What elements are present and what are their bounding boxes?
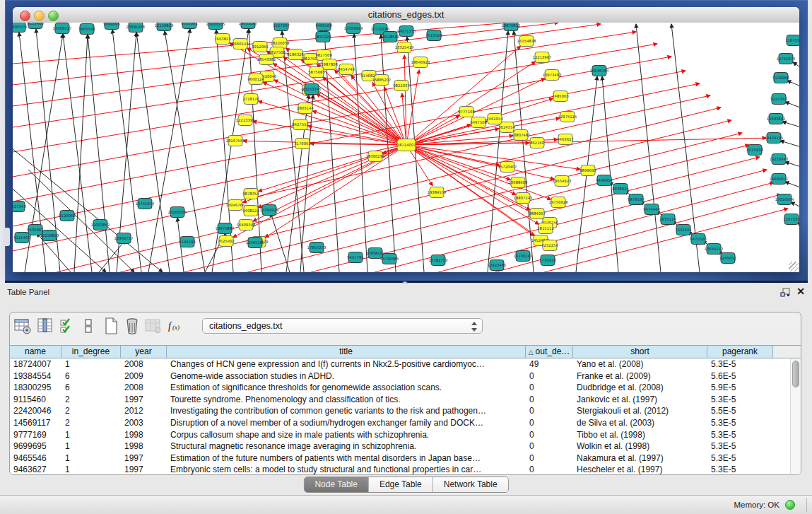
table-cell[interactable]: 5.5E-5 — [707, 405, 773, 417]
table-cell[interactable]: Embryonic stem cells: a model to study s… — [167, 464, 526, 474]
vertical-scrollbar[interactable] — [790, 358, 801, 474]
graph-node[interactable]: 12093852 — [767, 114, 786, 124]
graph-node[interactable]: 15885207 — [372, 75, 392, 86]
graph-node[interactable]: 9227343 — [13, 201, 26, 212]
table-cell[interactable]: 9463627 — [10, 464, 61, 474]
graph-node[interactable]: 15720407 — [498, 162, 517, 173]
table-cell[interactable]: 1 — [61, 452, 121, 465]
graph-node[interactable]: 12444195 — [765, 133, 784, 144]
graph-node[interactable]: 8454749 — [338, 64, 355, 75]
graph-node[interactable]: 9463627 — [557, 134, 574, 145]
graph-node[interactable]: 20991406 — [126, 23, 146, 33]
table-cell[interactable]: 5.3E-5 — [707, 358, 773, 370]
graph-node[interactable]: 7462044 — [486, 114, 503, 124]
table-cell[interactable]: 1 — [61, 464, 121, 474]
graph-node[interactable]: 18300295 — [366, 151, 385, 162]
graph-node[interactable]: 12942757 — [114, 233, 134, 244]
table-cell[interactable]: Estimation of significance thresholds fo… — [167, 382, 526, 394]
row-selection-icon[interactable] — [59, 317, 73, 335]
graph-node[interactable]: 17359929 — [260, 205, 279, 216]
close-panel-icon[interactable]: ✕ — [796, 286, 805, 297]
graph-node[interactable]: 20206505 — [168, 207, 187, 218]
column-header-out_de[interactable]: △out_de… — [526, 346, 573, 358]
delete-column-icon[interactable] — [123, 317, 141, 335]
table-cell[interactable]: 5.3E-5 — [707, 464, 773, 474]
graph-node[interactable]: 8938924 — [612, 184, 629, 194]
table-cell[interactable]: 0 — [526, 429, 573, 441]
column-header-name[interactable]: name — [10, 346, 61, 358]
table-cell[interactable]: 0 — [526, 382, 573, 394]
table-cell[interactable]: 0 — [526, 464, 573, 474]
table-cell[interactable]: 1997 — [121, 394, 167, 406]
table-cell[interactable]: 1997 — [121, 452, 167, 465]
table-row[interactable]: 1456911722003Disruption of a novel membe… — [10, 417, 801, 429]
table-cell[interactable]: 6 — [61, 382, 121, 394]
table-cell[interactable]: Stergiakouli et al. (2012) — [573, 405, 707, 417]
tab-node-table[interactable]: Node Table — [304, 477, 368, 492]
graph-node[interactable]: 18543382 — [257, 54, 276, 65]
graph-node[interactable]: 6471626 — [690, 234, 707, 245]
graph-node[interactable]: 18640923 — [411, 57, 430, 68]
graph-node[interactable]: 12923485 — [488, 260, 507, 271]
graph-node[interactable]: 19975887 — [216, 223, 235, 234]
table-cell[interactable]: Nakamura et al. (1997) — [573, 452, 707, 465]
table-cell[interactable]: 2003 — [121, 417, 167, 429]
graph-node[interactable]: 20876812 — [502, 23, 521, 31]
graph-node[interactable]: 12975115 — [558, 112, 577, 122]
graph-node[interactable]: 9405578 — [13, 23, 27, 33]
graph-node[interactable]: 9245652 — [719, 253, 736, 264]
column-header-pagerank[interactable]: pagerank — [707, 346, 773, 358]
graph-node[interactable]: 10653287 — [239, 23, 258, 29]
table-cell[interactable]: Structural magnetic resonance image aver… — [167, 440, 526, 452]
column-header-title[interactable]: title — [167, 346, 526, 358]
table-cell[interactable]: Estimation of the future numbers of pati… — [167, 452, 526, 465]
table-row[interactable]: 1938455462009Genome-wide association stu… — [10, 370, 801, 382]
tab-edge-table[interactable]: Edge Table — [368, 477, 433, 492]
graph-node[interactable]: 9899695 — [579, 165, 596, 176]
network-canvas[interactable]: 1872400776638229660124991295518226058182… — [13, 23, 799, 272]
table-cell[interactable]: 2008 — [121, 382, 167, 394]
table-cell[interactable]: 6 — [61, 370, 121, 382]
graph-node[interactable]: 13325419 — [395, 42, 414, 53]
graph-node[interactable]: 15716485 — [380, 254, 399, 264]
table-cell[interactable]: Jankovic et al. (1997) — [573, 394, 707, 406]
graph-node[interactable]: 2718176 — [242, 94, 259, 105]
table-row[interactable]: 911546021997Tourette syndrome. Phenomeno… — [10, 394, 801, 406]
graph-node[interactable]: 8186328 — [287, 49, 304, 60]
graph-node[interactable]: 9129966 — [59, 211, 76, 221]
graph-node[interactable]: 7252254 — [541, 240, 558, 251]
graph-node[interactable]: 7663822 — [214, 34, 231, 45]
graph-node[interactable]: 9474444 — [643, 204, 660, 215]
table-cell[interactable]: Tourette syndrome. Phenomenology and cla… — [167, 394, 526, 406]
table-row[interactable]: 1872400712008Changes of HCN gene express… — [10, 358, 801, 370]
table-select-dropdown[interactable]: citations_edges.txt — [202, 318, 483, 334]
graph-node[interactable]: 6879197 — [628, 194, 645, 205]
memory-status-indicator[interactable] — [785, 500, 795, 510]
graph-node[interactable]: 12213967 — [533, 52, 552, 63]
graph-node[interactable]: 7625402 — [218, 236, 235, 247]
graph-node[interactable]: 19218506 — [381, 32, 401, 42]
table-cell[interactable]: Yano et al. (2008) — [573, 358, 707, 370]
graph-node[interactable]: 9660124 — [232, 39, 249, 49]
splitter-collapse-handle[interactable] — [5, 228, 10, 246]
table-cell[interactable]: Hescheler et al. (1997) — [573, 464, 707, 474]
graph-node[interactable]: 10654112 — [705, 244, 724, 255]
graph-node[interactable]: 9115460 — [27, 23, 44, 29]
table-cell[interactable]: 2 — [61, 417, 121, 429]
table-cell[interactable]: Corpus callosum shape and size in male p… — [167, 429, 526, 441]
table-cell[interactable]: Genome-wide association studies in ADHD. — [167, 370, 526, 382]
graph-node[interactable]: 9498222 — [242, 206, 259, 216]
graph-node[interactable]: 1815112 — [537, 223, 554, 234]
graph-node[interactable]: 10688609 — [509, 177, 528, 188]
show-columns-icon[interactable] — [36, 317, 54, 335]
column-header-in_degree[interactable]: in_degree — [61, 346, 121, 358]
graph-node[interactable]: 7515526 — [425, 30, 442, 41]
column-header-year[interactable]: year — [121, 346, 167, 358]
graph-node[interactable]: 1145194 — [179, 237, 196, 247]
graph-node[interactable]: 7485063 — [552, 91, 569, 102]
table-cell[interactable]: 9465546 — [10, 452, 61, 465]
table-cell[interactable]: 9699695 — [10, 440, 61, 452]
table-cell[interactable]: 2 — [61, 394, 121, 406]
graph-node[interactable]: 12093852 — [91, 220, 110, 230]
graph-node[interactable]: 9129966 — [772, 73, 789, 83]
